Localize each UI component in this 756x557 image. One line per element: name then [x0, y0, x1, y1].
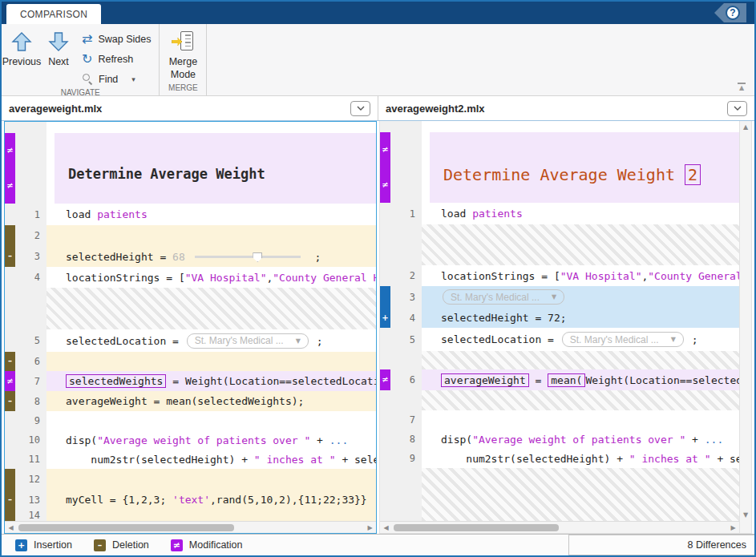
- line-number: 4: [15, 267, 46, 288]
- spacer-row: [5, 122, 376, 133]
- alignment-gap: [380, 390, 739, 410]
- insertion-marker[interactable]: +: [380, 308, 390, 328]
- line-number: 3: [390, 286, 422, 308]
- code-token: num2str(selectedHeight) +: [441, 453, 629, 465]
- scroll-down-icon[interactable]: ▼: [743, 511, 748, 519]
- ribbon-tab-bar: COMPARISON ?: [2, 2, 754, 24]
- insertion-marker[interactable]: [380, 286, 390, 308]
- code-line: 3 St. Mary's Medical ...▼: [380, 286, 739, 308]
- search-icon: [82, 74, 93, 85]
- height-slider[interactable]: [195, 251, 301, 262]
- legend-insertion: + Insertion: [15, 539, 72, 551]
- code-line: 10 disp("Average weight of patients over…: [5, 430, 376, 450]
- deletion-marker[interactable]: –: [5, 490, 15, 510]
- code-token: = Weight(Location==selectedLocation: [166, 375, 376, 387]
- code-token: ...: [329, 434, 348, 446]
- line-number: 8: [390, 430, 422, 449]
- navigate-group-label: NAVIGATE: [2, 88, 159, 99]
- deletion-marker[interactable]: –: [5, 246, 15, 267]
- deletion-marker[interactable]: [5, 510, 15, 521]
- refresh-button[interactable]: ↻ Refresh: [82, 50, 151, 68]
- code-line: 1 load patients: [380, 203, 739, 224]
- code-token: =: [529, 374, 548, 386]
- code-line: 11 num2str(selectedHeight) + " inches at…: [5, 450, 376, 469]
- left-file-menu-button[interactable]: [350, 101, 370, 116]
- scroll-right-icon[interactable]: ▶: [364, 522, 376, 533]
- right-file-menu-button[interactable]: [727, 101, 747, 116]
- deletion-marker[interactable]: –: [5, 352, 15, 371]
- line-number: 6: [390, 369, 422, 390]
- right-file-header: averageweight2.mlx: [378, 96, 754, 120]
- code-line: 12: [5, 469, 376, 490]
- left-horizontal-scrollbar[interactable]: ◀ ▶: [5, 521, 376, 533]
- slider-value: 68: [172, 251, 185, 263]
- scroll-left-icon[interactable]: ◀: [5, 522, 17, 533]
- scroll-up-icon[interactable]: ▲: [743, 123, 748, 131]
- diff-token: 2: [685, 164, 701, 185]
- arrow-up-icon: [11, 31, 32, 52]
- deletion-marker[interactable]: [5, 225, 15, 246]
- code-token: disp(: [441, 434, 472, 446]
- modification-marker[interactable]: ≠≠: [5, 133, 15, 204]
- line-number: 10: [15, 430, 46, 450]
- modification-marker[interactable]: ≠: [5, 371, 15, 391]
- help-button[interactable]: ?: [726, 6, 740, 20]
- chevron-down-icon: [734, 106, 742, 111]
- previous-button[interactable]: Previous: [2, 24, 42, 67]
- right-horizontal-scrollbar[interactable]: ◀ ▶: [380, 521, 739, 533]
- code-line: –13 myCell = {1,2,3; 'text',rand(5,10,2)…: [5, 490, 376, 510]
- next-label: Next: [48, 56, 69, 67]
- right-vertical-scrollbar[interactable]: ▲ ▼: [739, 121, 751, 533]
- scrollbar-thumb[interactable]: [394, 524, 559, 531]
- tab-comparison[interactable]: COMPARISON: [6, 4, 101, 24]
- diff-token: selectedWeights: [66, 374, 166, 388]
- line-number: 6: [15, 352, 46, 371]
- modification-label: Modification: [189, 539, 243, 551]
- location-dropdown[interactable]: St. Mary's Medical ...▼: [187, 333, 309, 349]
- diff-legend: + Insertion – Deletion ≠ Modification: [2, 539, 243, 551]
- diff-token: averageWeight: [441, 373, 529, 387]
- dropdown-arrow-icon: ▼: [671, 336, 676, 343]
- deletion-label: Deletion: [112, 539, 149, 551]
- swap-sides-button[interactable]: ⇄ Swap Sides: [82, 30, 151, 48]
- ribbon-toolbar: Previous Next ⇄ Swap Sides ↻ Refresh: [2, 24, 754, 96]
- swap-sides-label: Swap Sides: [98, 34, 151, 45]
- comparison-panes: ≠≠ Determine Average Weight Determine th…: [2, 121, 754, 534]
- find-label: Find: [99, 74, 118, 85]
- slider-thumb[interactable]: [253, 252, 262, 262]
- alignment-gap: [5, 288, 376, 329]
- merge-mode-button[interactable]: MergeMode: [160, 24, 206, 81]
- code-token: myCell = {1,2,3;: [66, 494, 172, 506]
- line-number: 2: [15, 225, 46, 246]
- code-token: "Average weight of patients over ": [472, 434, 685, 446]
- line-number: 8: [15, 391, 46, 411]
- find-button[interactable]: Find ▾: [82, 70, 151, 88]
- right-filename: averageweight2.mlx: [386, 103, 485, 115]
- collapse-ribbon-button[interactable]: ▲: [736, 83, 747, 91]
- find-dropdown-caret-icon[interactable]: ▾: [131, 75, 135, 83]
- scroll-left-icon[interactable]: ◀: [380, 522, 392, 533]
- scroll-right-icon[interactable]: ▶: [727, 522, 739, 533]
- code-token: " inches at ": [629, 453, 711, 465]
- file-header-row: averageweight.mlx averageweight2.mlx: [2, 96, 754, 121]
- line-number: 13: [15, 490, 46, 510]
- deletion-marker[interactable]: –: [5, 391, 15, 411]
- code-token: ...: [705, 434, 723, 446]
- refresh-icon: ↻: [82, 53, 92, 66]
- location-dropdown[interactable]: St. Mary's Medical ...▼: [562, 332, 684, 347]
- modification-marker[interactable]: ≠≠: [380, 132, 390, 203]
- refresh-label: Refresh: [98, 54, 133, 65]
- deletion-marker[interactable]: [5, 469, 15, 490]
- line-number: 4: [390, 308, 422, 328]
- right-rich-text-block: Determine Average Weight 2 Determine the…: [430, 132, 739, 203]
- scrollbar-thumb[interactable]: [18, 524, 234, 531]
- next-button[interactable]: Next: [42, 24, 75, 67]
- line-number: 2: [390, 265, 422, 286]
- location-dropdown[interactable]: St. Mary's Medical ...▼: [443, 289, 564, 305]
- code-line: 7: [380, 410, 739, 430]
- modification-marker[interactable]: ≠: [380, 369, 390, 390]
- line-number: 9: [15, 411, 46, 430]
- code-token: ,: [641, 270, 648, 282]
- line-number: 7: [390, 410, 422, 430]
- code-token: "VA Hospital": [185, 272, 267, 284]
